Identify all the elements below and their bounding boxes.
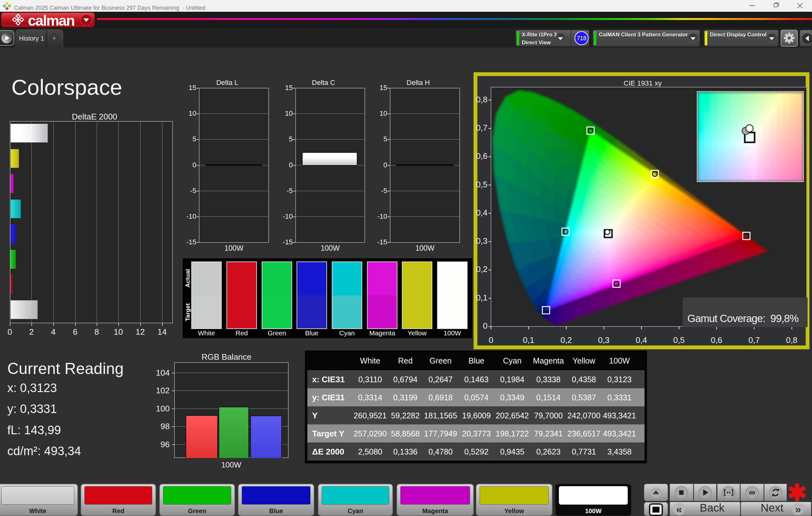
svg-text:0,4: 0,4	[476, 208, 488, 217]
svg-text:0,4: 0,4	[636, 335, 647, 345]
svg-text:0,2: 0,2	[476, 264, 488, 274]
svg-text:0,6: 0,6	[476, 151, 488, 161]
svg-text:CIE 1931 xy: CIE 1931 xy	[624, 79, 662, 87]
svg-text:∞: ∞	[749, 487, 755, 497]
svg-text:0,8: 0,8	[786, 335, 798, 345]
svg-text:0,3: 0,3	[476, 236, 488, 246]
svg-text:0,1: 0,1	[476, 293, 488, 302]
svg-text:0,7: 0,7	[748, 335, 760, 345]
svg-text:0,3: 0,3	[598, 335, 609, 345]
svg-text:0: 0	[483, 321, 488, 331]
svg-text:0,6: 0,6	[711, 335, 722, 345]
svg-text:0,8: 0,8	[476, 95, 488, 104]
svg-text:718: 718	[577, 35, 586, 41]
svg-text:0,7: 0,7	[476, 123, 488, 132]
svg-text:0,5: 0,5	[476, 180, 488, 189]
svg-text:0,5: 0,5	[673, 335, 685, 345]
svg-text:0: 0	[489, 335, 493, 345]
svg-text:0,2: 0,2	[560, 335, 572, 345]
svg-text:Gamut Coverage: 99,8%: Gamut Coverage: 99,8%	[687, 312, 799, 324]
svg-text:0,1: 0,1	[523, 335, 534, 345]
